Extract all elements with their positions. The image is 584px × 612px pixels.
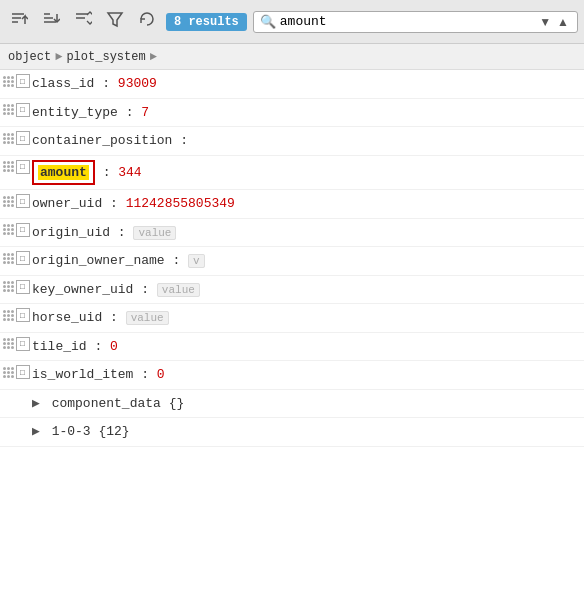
row-drag-handle[interactable]: □ [0, 249, 32, 265]
table-row: □ is_world_item : 0 [0, 361, 584, 390]
expand-arrow-icon[interactable]: ▶ [32, 424, 40, 439]
field-key-highlighted: amount [38, 165, 89, 180]
row-drag-handle[interactable]: □ [0, 306, 32, 322]
row-drag-handle[interactable] [0, 420, 32, 422]
row-drag-handle[interactable]: □ [0, 192, 32, 208]
table-row: □ origin_uid : value [0, 219, 584, 248]
search-nav-down-button[interactable]: ▼ [537, 15, 553, 29]
row-expand-icon[interactable]: □ [16, 103, 30, 117]
field-key: entity_type [32, 105, 118, 120]
row-drag-handle[interactable]: □ [0, 221, 32, 237]
content-area: □ class_id : 93009 □ entity_type : 7 □ c… [0, 70, 584, 612]
row-drag-handle[interactable]: □ [0, 72, 32, 88]
table-row: ▶ component_data {} [0, 390, 584, 419]
row-expand-icon[interactable]: □ [16, 194, 30, 208]
row-drag-handle[interactable]: □ [0, 278, 32, 294]
field-value-placeholder: value [133, 226, 176, 240]
svg-marker-10 [108, 13, 122, 26]
row-expand-icon[interactable]: □ [16, 337, 30, 351]
search-input[interactable] [280, 14, 533, 29]
field-key: component_data {} [52, 396, 185, 411]
table-row-amount: □ amount : 344 [0, 156, 584, 191]
field-key: key_owner_uid [32, 282, 133, 297]
row-data: ▶ component_data {} [32, 392, 584, 416]
field-value: 11242855805349 [126, 196, 235, 211]
row-data: is_world_item : 0 [32, 363, 584, 387]
search-navigation: ▼ ▲ [537, 15, 571, 29]
field-key: horse_uid [32, 310, 102, 325]
row-data: entity_type : 7 [32, 101, 584, 125]
row-data: owner_uid : 11242855805349 [32, 192, 584, 216]
table-row: □ key_owner_uid : value [0, 276, 584, 305]
breadcrumb-root[interactable]: object [8, 50, 51, 64]
row-drag-handle[interactable]: □ [0, 129, 32, 145]
row-drag-handle[interactable] [0, 392, 32, 394]
field-value-placeholder: value [126, 311, 169, 325]
row-drag-handle[interactable]: □ [0, 101, 32, 117]
results-badge: 8 results [166, 13, 247, 31]
field-key: tile_id [32, 339, 87, 354]
table-row: □ owner_uid : 11242855805349 [0, 190, 584, 219]
row-data: class_id : 93009 [32, 72, 584, 96]
search-nav-up-button[interactable]: ▲ [555, 15, 571, 29]
field-key: is_world_item [32, 367, 133, 382]
row-data: origin_uid : value [32, 221, 584, 245]
row-data: key_owner_uid : value [32, 278, 584, 302]
row-expand-icon[interactable]: □ [16, 308, 30, 322]
table-row: □ class_id : 93009 [0, 70, 584, 99]
table-row: □ horse_uid : value [0, 304, 584, 333]
sort-ascending-icon[interactable] [6, 8, 32, 35]
expand-arrow-icon[interactable]: ▶ [32, 396, 40, 411]
row-drag-handle[interactable]: □ [0, 158, 32, 174]
row-expand-icon[interactable]: □ [16, 251, 30, 265]
row-data: horse_uid : value [32, 306, 584, 330]
table-row: ▶ 1-0-3 {12} [0, 418, 584, 447]
breadcrumb-child[interactable]: plot_system [66, 50, 145, 64]
field-value: 0 [157, 367, 165, 382]
row-data: container_position : [32, 129, 584, 153]
breadcrumb: object ► plot_system ► [0, 44, 584, 70]
field-value: 0 [110, 339, 118, 354]
field-key: origin_owner_name [32, 253, 165, 268]
field-key: origin_uid [32, 225, 110, 240]
field-key: container_position [32, 133, 172, 148]
row-data: amount : 344 [32, 158, 584, 188]
row-data: origin_owner_name : v [32, 249, 584, 273]
row-expand-icon[interactable]: □ [16, 160, 30, 174]
row-data: tile_id : 0 [32, 335, 584, 359]
search-box[interactable]: 🔍 ▼ ▲ [253, 11, 578, 33]
field-value-placeholder: value [157, 283, 200, 297]
table-row: □ entity_type : 7 [0, 99, 584, 128]
table-row: □ container_position : [0, 127, 584, 156]
row-data: ▶ 1-0-3 {12} [32, 420, 584, 444]
field-key: class_id [32, 76, 94, 91]
breadcrumb-arrow-1: ► [55, 50, 62, 64]
row-expand-icon[interactable]: □ [16, 131, 30, 145]
field-key: 1-0-3 {12} [52, 424, 130, 439]
row-expand-icon[interactable]: □ [16, 280, 30, 294]
refresh-icon[interactable] [134, 8, 160, 35]
row-expand-icon[interactable]: □ [16, 223, 30, 237]
field-value-placeholder: v [188, 254, 205, 268]
amount-highlight-box: amount [32, 160, 95, 186]
filter-icon[interactable] [102, 8, 128, 35]
sort-descending-icon[interactable] [38, 8, 64, 35]
row-expand-icon[interactable]: □ [16, 74, 30, 88]
table-row: □ tile_id : 0 [0, 333, 584, 362]
row-drag-handle[interactable]: □ [0, 363, 32, 379]
search-icon: 🔍 [260, 14, 276, 30]
table-row: □ origin_owner_name : v [0, 247, 584, 276]
field-key: owner_uid [32, 196, 102, 211]
breadcrumb-arrow-2: ► [150, 50, 157, 64]
sort-icon[interactable] [70, 8, 96, 35]
toolbar: 8 results 🔍 ▼ ▲ [0, 0, 584, 44]
field-value: 7 [141, 105, 149, 120]
row-expand-icon[interactable]: □ [16, 365, 30, 379]
field-value: 93009 [118, 76, 157, 91]
field-value: 344 [118, 165, 141, 180]
row-drag-handle[interactable]: □ [0, 335, 32, 351]
